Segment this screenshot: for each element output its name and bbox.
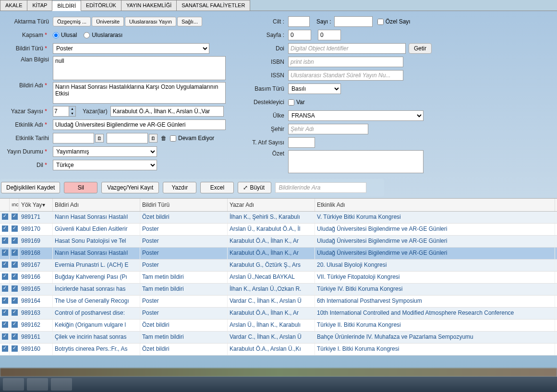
tab-akale[interactable]: AKALE: [0, 0, 27, 11]
ozet-textarea[interactable]: [288, 150, 424, 173]
table-row[interactable]: 989167Evernia Prunastri L. (ACH) EPoster…: [0, 260, 557, 272]
calendar-start-icon[interactable]: 🗓: [95, 134, 104, 143]
etkinlik-tarihi-start[interactable]: [53, 133, 94, 143]
kapsam-uluslararasi-radio[interactable]: [84, 32, 90, 38]
tab-edi̇törlük[interactable]: EDİTÖRLÜK: [81, 0, 121, 11]
row-check-icon[interactable]: [2, 214, 8, 220]
devam-ediyor-checkbox[interactable]: [170, 135, 176, 142]
row-check-icon[interactable]: [2, 249, 8, 256]
row-check-icon[interactable]: [2, 321, 8, 328]
sayfa-start-input[interactable]: [288, 30, 311, 40]
sayi-input[interactable]: [334, 16, 373, 27]
row-check-icon[interactable]: [12, 214, 18, 220]
row-check-icon[interactable]: [12, 238, 18, 244]
calendar-end-icon[interactable]: 🗓: [149, 134, 157, 143]
sayfa-end-input[interactable]: [318, 30, 341, 40]
row-check-icon[interactable]: [12, 261, 18, 268]
row-check-icon[interactable]: [2, 297, 8, 304]
table-row[interactable]: 989162Kekiğin (Origanum vulgare lÖzet bi…: [0, 320, 557, 332]
col-yazar-adi[interactable]: Yazar Adı: [228, 199, 315, 211]
row-check-icon[interactable]: [2, 273, 8, 280]
vazgec-button[interactable]: Vazgeç/Yeni Kayıt: [101, 182, 159, 193]
sehir-input[interactable]: [288, 124, 368, 134]
taskbar-item[interactable]: [51, 378, 72, 391]
row-check-icon[interactable]: [2, 333, 8, 340]
kapsam-ulusal-radio[interactable]: [53, 32, 59, 38]
col-yokyay[interactable]: Yök Yay▾: [19, 199, 53, 211]
table-row[interactable]: 989166Buğday Kahverengi Pası (PıTam meti…: [0, 272, 557, 284]
col-bildiri-adi[interactable]: Bildiri Adı: [53, 199, 140, 211]
col-incelle[interactable]: ıncelle: [10, 199, 19, 211]
row-check-icon[interactable]: [2, 238, 8, 244]
etkinlik-tarihi-end[interactable]: [107, 133, 148, 143]
cilt-input[interactable]: [288, 16, 310, 27]
yazar-sayisi-input[interactable]: [53, 107, 69, 116]
table-row[interactable]: 989169Hasat Sonu Patolojisi ve TelPoster…: [0, 236, 557, 248]
row-check-icon[interactable]: [2, 345, 8, 352]
row-check-icon[interactable]: [12, 333, 18, 340]
tab-ki̇tap[interactable]: KİTAP: [27, 0, 52, 11]
aktarma-btn[interactable]: Uluslararası Yayın: [125, 17, 176, 26]
cell-etkinlik: Türkiye II. Bitki Koruma Kongresi: [315, 320, 555, 331]
spinner-up-icon[interactable]: ▲: [69, 107, 75, 111]
dil-select[interactable]: Türkçe: [53, 160, 157, 170]
table-row[interactable]: 989171Narın Hasat Sonrası HastalılÖzet b…: [0, 212, 557, 224]
row-check-icon[interactable]: [12, 345, 18, 352]
yayin-durumu-select[interactable]: Yayımlanmış: [53, 146, 157, 157]
basim-turu-select[interactable]: Basılı: [288, 83, 341, 94]
sil-button[interactable]: Sil: [64, 182, 97, 193]
aktarma-btn[interactable]: Üniversite: [92, 17, 124, 26]
aktarma-btn[interactable]: Sağlı...: [177, 17, 202, 26]
isbn-input[interactable]: [288, 57, 403, 67]
etkinlik-adi-input[interactable]: [53, 119, 226, 130]
trash-icon[interactable]: 🗑: [159, 134, 168, 143]
col-bildiri-turu[interactable]: Bildiri Türü: [140, 199, 228, 211]
spinner-down-icon[interactable]: ▼: [69, 111, 75, 116]
tab-yayin hakemli̇ği̇[interactable]: YAYIN HAKEMLİĞİ: [121, 0, 177, 11]
issn-input[interactable]: [288, 70, 403, 81]
bildiri-adi-textarea[interactable]: Narın Hasat Sonrası Hastalıklarına Karşı…: [53, 82, 226, 104]
row-check-icon[interactable]: [2, 285, 8, 292]
table-row[interactable]: 989165İncirlerde hasat sonrası hasTam me…: [0, 284, 557, 296]
alan-bilgisi-textarea[interactable]: null: [53, 56, 226, 80]
kaydet-button[interactable]: Değişiklileri Kaydet: [1, 182, 60, 193]
bildiri-turu-select[interactable]: Poster: [53, 43, 209, 54]
row-check-icon[interactable]: [2, 309, 8, 316]
col-etkinlik-adi[interactable]: Etkinlik Adı: [315, 199, 555, 211]
table-row[interactable]: 989160Botrytis cinerea Pers.:Fr., AsÖzet…: [0, 344, 557, 356]
buyut-button[interactable]: ⤢Büyüt: [238, 182, 271, 193]
getir-button[interactable]: Getir: [409, 43, 432, 54]
row-check-icon[interactable]: [12, 285, 18, 292]
tab-sanatsal faali̇yetler[interactable]: SANATSAL FAALİYETLER: [176, 0, 250, 11]
yazar-sayisi-spinner[interactable]: ▲▼: [53, 106, 76, 117]
table-row[interactable]: 989168Narın Hasat Sonrası HastalılPoster…: [0, 248, 557, 260]
doi-input[interactable]: [288, 43, 406, 54]
row-check-icon[interactable]: [2, 226, 8, 232]
sayfa-label: Sayfa :: [247, 32, 288, 38]
ulke-select[interactable]: FRANSA: [288, 110, 424, 121]
aktarma-btn[interactable]: Özgeçmiş ...: [53, 17, 91, 26]
cilt-label: Cilt :: [247, 18, 288, 25]
tab-bi̇ldi̇ri̇[interactable]: BİLDİRİ: [52, 0, 81, 11]
atif-input[interactable]: [288, 137, 315, 148]
row-check-icon[interactable]: [12, 249, 18, 256]
table-row[interactable]: 989161Çilek ve incirin hasat sonrasTam m…: [0, 332, 557, 344]
ozel-sayi-checkbox[interactable]: [377, 19, 384, 25]
row-check-icon[interactable]: [12, 226, 18, 232]
yazar-sayisi-label: Yazar Sayısı *: [2, 108, 53, 115]
table-row[interactable]: 989163Control of postharvest dise:Poster…: [0, 308, 557, 320]
excel-button[interactable]: Excel: [200, 182, 234, 193]
row-check-icon[interactable]: [12, 309, 18, 316]
row-check-icon[interactable]: [12, 273, 18, 280]
grid-search-input[interactable]: [275, 182, 366, 193]
row-check-icon[interactable]: [12, 321, 18, 328]
row-check-icon[interactable]: [12, 297, 18, 304]
taskbar-item[interactable]: [3, 378, 24, 391]
row-check-icon[interactable]: [2, 261, 8, 268]
taskbar-item[interactable]: [27, 378, 48, 391]
yazdir-button[interactable]: Yazdır: [163, 182, 196, 193]
destekleyici-checkbox[interactable]: [288, 99, 294, 106]
table-row[interactable]: 989164The Use of Generally RecogıPosterV…: [0, 296, 557, 308]
table-row[interactable]: 989170Güvenli Kabul Edien AsitlerirPoste…: [0, 224, 557, 236]
yazarlar-input[interactable]: [110, 106, 224, 117]
